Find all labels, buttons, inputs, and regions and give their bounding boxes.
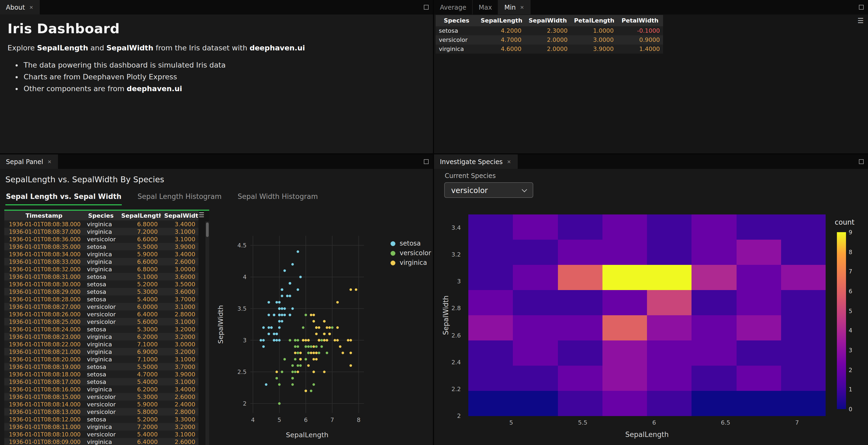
cell[interactable]: 3.1000 bbox=[161, 303, 198, 311]
cell[interactable]: 4.6000 bbox=[477, 44, 525, 54]
cell[interactable]: 1936-01-01T08:08:16.000 bbox=[4, 385, 84, 393]
table-row[interactable]: 1936-01-01T08:08:16.000virginica6.20003.… bbox=[4, 385, 198, 393]
heatmap-cell[interactable] bbox=[468, 391, 514, 416]
table-row[interactable]: 1936-01-01T08:08:29.000setosa5.30003.600… bbox=[4, 288, 198, 295]
tab-about[interactable]: About ✕ bbox=[0, 0, 40, 14]
column-header-species[interactable]: Species bbox=[436, 15, 477, 26]
cell[interactable]: 1936-01-01T08:08:12.000 bbox=[4, 415, 84, 423]
table-row[interactable]: 1936-01-01T08:08:32.000virginica6.80003.… bbox=[4, 265, 198, 273]
table-row[interactable]: 1936-01-01T08:08:34.000virginica5.90003.… bbox=[4, 250, 198, 258]
cell[interactable]: 5.9000 bbox=[118, 250, 161, 258]
cell[interactable]: 2.8000 bbox=[161, 311, 198, 318]
maximize-icon[interactable] bbox=[419, 154, 433, 169]
cell[interactable]: 2.4000 bbox=[161, 401, 198, 408]
table-row[interactable]: 1936-01-01T08:08:24.000setosa5.30003.200… bbox=[4, 325, 198, 333]
table-row[interactable]: 1936-01-01T08:08:13.000versicolor5.80002… bbox=[4, 408, 198, 415]
table-row[interactable]: 1936-01-01T08:08:21.000virginica6.90003.… bbox=[4, 348, 198, 355]
cell[interactable]: 2.6000 bbox=[161, 438, 198, 445]
table-row[interactable]: 1936-01-01T08:08:22.000virginica7.10003.… bbox=[4, 341, 198, 348]
column-header-petalwidth[interactable]: PetalWidth bbox=[617, 15, 663, 26]
cell[interactable]: 1936-01-01T08:08:34.000 bbox=[4, 250, 84, 258]
heatmap-cell[interactable] bbox=[468, 290, 514, 316]
heatmap-cell[interactable] bbox=[736, 290, 781, 316]
cell[interactable]: 1936-01-01T08:08:30.000 bbox=[4, 280, 84, 288]
cell[interactable]: 5.3000 bbox=[118, 288, 161, 295]
table-row[interactable]: 1936-01-01T08:08:30.000setosa5.20003.500… bbox=[4, 280, 198, 288]
cell[interactable]: 3.2000 bbox=[161, 333, 198, 341]
heatmap-cell[interactable] bbox=[736, 365, 781, 391]
heatmap-cell[interactable] bbox=[647, 265, 692, 290]
species-select[interactable]: versicolor bbox=[444, 182, 533, 198]
column-header-sepalwidth[interactable]: SepalWidth bbox=[525, 15, 571, 26]
heatmap-cell[interactable] bbox=[781, 265, 826, 290]
heatmap-cell[interactable] bbox=[692, 290, 737, 316]
heatmap-cell[interactable] bbox=[602, 341, 648, 366]
column-header-petallength[interactable]: PetalLength bbox=[571, 15, 617, 26]
cell[interactable]: 1936-01-01T08:08:15.000 bbox=[4, 393, 84, 401]
table-row[interactable]: 1936-01-01T08:08:17.000setosa5.40003.100… bbox=[4, 378, 198, 385]
cell[interactable]: 5.6000 bbox=[118, 318, 161, 325]
cell[interactable]: 1936-01-01T08:08:37.000 bbox=[4, 228, 84, 235]
cell[interactable]: 3.9000 bbox=[161, 243, 198, 250]
heatmap-cell[interactable] bbox=[692, 315, 737, 341]
table-row[interactable]: 1936-01-01T08:08:33.000virginica6.60002.… bbox=[4, 258, 198, 265]
heatmap-cell[interactable] bbox=[692, 365, 737, 391]
cell[interactable]: 7.1000 bbox=[118, 341, 161, 348]
heatmap-cell[interactable] bbox=[647, 341, 692, 366]
cell[interactable]: virginica bbox=[84, 220, 118, 228]
tab-investigate-species[interactable]: Investigate Species ✕ bbox=[434, 154, 518, 169]
heatmap-cell[interactable] bbox=[468, 365, 514, 391]
cell[interactable]: 3.3000 bbox=[161, 415, 198, 423]
close-icon[interactable]: ✕ bbox=[507, 159, 511, 164]
heatmap-cell[interactable] bbox=[558, 265, 603, 290]
cell[interactable]: 5.5000 bbox=[118, 243, 161, 250]
table-row[interactable]: 1936-01-01T08:08:28.000setosa5.40003.700… bbox=[4, 295, 198, 303]
heatmap-cell[interactable] bbox=[692, 341, 737, 366]
table-row[interactable]: 1936-01-01T08:08:12.000setosa5.20003.300… bbox=[4, 415, 198, 423]
heatmap-cell[interactable] bbox=[781, 341, 826, 366]
cell[interactable]: versicolor bbox=[436, 35, 477, 44]
heatmap-cell[interactable] bbox=[736, 391, 781, 416]
cell[interactable]: 7.2000 bbox=[118, 228, 161, 235]
cell[interactable]: 6.4000 bbox=[118, 438, 161, 445]
cell[interactable]: 2.3000 bbox=[525, 26, 571, 35]
cell[interactable]: setosa bbox=[84, 415, 118, 423]
cell[interactable]: 1936-01-01T08:08:27.000 bbox=[4, 303, 84, 311]
heatmap-cell[interactable] bbox=[468, 341, 514, 366]
cell[interactable]: 1.4000 bbox=[617, 44, 663, 54]
cell[interactable]: 1936-01-01T08:08:36.000 bbox=[4, 235, 84, 243]
cell[interactable]: 5.5000 bbox=[118, 363, 161, 371]
heatmap-cell[interactable] bbox=[647, 240, 692, 265]
cell[interactable]: 1936-01-01T08:08:35.000 bbox=[4, 243, 84, 250]
heatmap-cell[interactable] bbox=[558, 290, 603, 316]
cell[interactable]: 7.1000 bbox=[118, 355, 161, 363]
heatmap-cell[interactable] bbox=[468, 315, 514, 341]
heatmap-cell[interactable] bbox=[468, 240, 514, 265]
cell[interactable]: 3.0000 bbox=[571, 35, 617, 44]
column-header-sepalwidth[interactable]: SepalWidth bbox=[161, 211, 198, 220]
cell[interactable]: 3.5000 bbox=[161, 280, 198, 288]
cell[interactable]: 1936-01-01T08:08:25.000 bbox=[4, 318, 84, 325]
table-row[interactable]: 1936-01-01T08:08:09.000virginica6.40002.… bbox=[4, 438, 198, 445]
cell[interactable]: 1936-01-01T08:08:31.000 bbox=[4, 273, 84, 280]
cell[interactable]: 1936-01-01T08:08:28.000 bbox=[4, 295, 84, 303]
table-row[interactable]: 1936-01-01T08:08:27.000versicolor6.00003… bbox=[4, 303, 198, 311]
heatmap-cell[interactable] bbox=[513, 240, 558, 265]
cell[interactable]: 3.1000 bbox=[161, 228, 198, 235]
heatmap-cell[interactable] bbox=[558, 341, 603, 366]
table-row[interactable]: 1936-01-01T08:08:11.000virginica7.20003.… bbox=[4, 423, 198, 431]
cell[interactable]: 1936-01-01T08:08:19.000 bbox=[4, 363, 84, 371]
cell[interactable]: 4.7000 bbox=[118, 371, 161, 378]
cell[interactable]: versicolor bbox=[84, 401, 118, 408]
heatmap-cell[interactable] bbox=[468, 215, 514, 240]
legend-item-virginica[interactable]: virginica bbox=[391, 259, 431, 266]
cell[interactable]: 5.2000 bbox=[118, 415, 161, 423]
heatmap-cell[interactable] bbox=[781, 365, 826, 391]
heatmap-cell[interactable] bbox=[513, 315, 558, 341]
heatmap-cell[interactable] bbox=[647, 391, 692, 416]
cell[interactable]: 3.4000 bbox=[161, 250, 198, 258]
cell[interactable]: virginica bbox=[84, 228, 118, 235]
heatmap-cell[interactable] bbox=[558, 315, 603, 341]
heatmap-cell[interactable] bbox=[692, 391, 737, 416]
column-header-timestamp[interactable]: Timestamp bbox=[4, 211, 84, 220]
